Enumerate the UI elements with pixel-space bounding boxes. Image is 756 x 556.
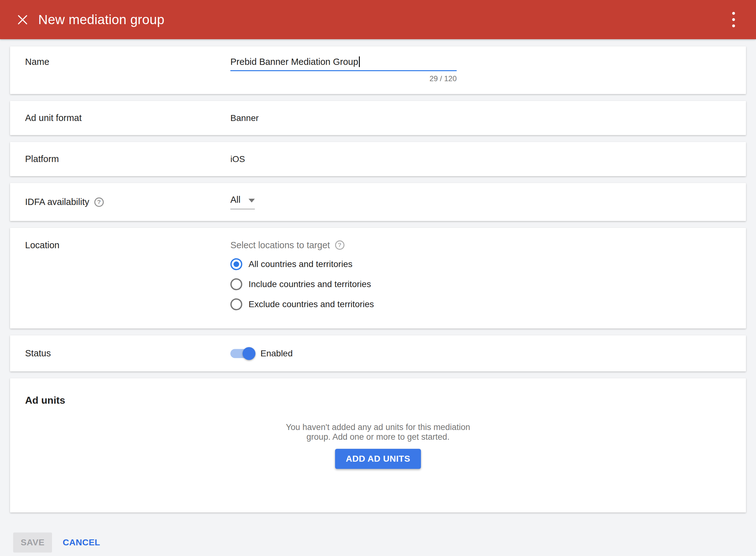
status-row: Status Enabled [10,335,746,372]
location-help-icon[interactable]: ? [335,240,344,250]
platform-label: Platform [25,154,230,164]
ad-units-heading: Ad units [25,394,731,406]
page-title: New mediation group [38,12,165,27]
idfa-select[interactable]: All [230,195,255,209]
name-input-value: Prebid Banner Mediation Group [230,57,358,67]
save-button[interactable]: SAVE [13,532,52,553]
add-ad-units-button[interactable]: ADD AD UNITS [335,449,421,469]
kebab-menu-icon [732,12,735,15]
char-counter: 29 / 120 [230,74,457,83]
idfa-select-value: All [230,195,240,205]
radio-button-icon [230,278,242,290]
cancel-button[interactable]: CANCEL [63,537,100,548]
ad-unit-format-row: Ad unit format Banner [10,101,746,135]
status-label: Status [25,348,230,358]
idfa-help-icon[interactable]: ? [94,198,104,207]
ad-units-card: Ad units You haven't added any ad units … [10,378,746,513]
close-icon [17,14,28,25]
location-label: Location [25,240,230,250]
text-caret [359,57,360,67]
toggle-knob [243,347,255,360]
form-actions: SAVE CANCEL [13,532,746,553]
idfa-label: IDFA availability [25,197,89,207]
radio-exclude-countries[interactable]: Exclude countries and territories [230,294,746,314]
empty-state-line2: group. Add one or more to get started. [256,432,500,442]
radio-include-countries[interactable]: Include countries and territories [230,274,746,294]
ad-unit-format-label: Ad unit format [25,113,230,123]
status-toggle[interactable] [230,347,255,360]
ad-unit-format-value: Banner [230,113,259,123]
platform-value: iOS [230,154,245,164]
overflow-menu-button[interactable] [725,10,742,30]
name-card: Name Prebid Banner Mediation Group 29 / … [10,46,746,94]
dropdown-arrow-icon [248,199,255,203]
ad-units-empty-state: You haven't added any ad units for this … [256,422,500,469]
radio-all-countries[interactable]: All countries and territories [230,254,746,274]
radio-button-icon [230,299,242,310]
status-value: Enabled [261,349,293,358]
name-input[interactable]: Prebid Banner Mediation Group 29 / 120 [230,57,457,83]
radio-button-icon [230,258,242,270]
location-radio-group: All countries and territories Include co… [230,254,746,314]
location-helper-text: Select locations to target [230,240,330,250]
platform-row: Platform iOS [10,142,746,176]
app-bar: New mediation group [0,0,756,39]
close-button[interactable] [14,11,31,29]
idfa-row: IDFA availability ? All [10,183,746,221]
location-card: Location Select locations to target ? Al… [10,228,746,328]
form-body: Name Prebid Banner Mediation Group 29 / … [0,39,756,553]
name-label: Name [25,57,230,67]
empty-state-line1: You haven't added any ad units for this … [256,422,500,432]
